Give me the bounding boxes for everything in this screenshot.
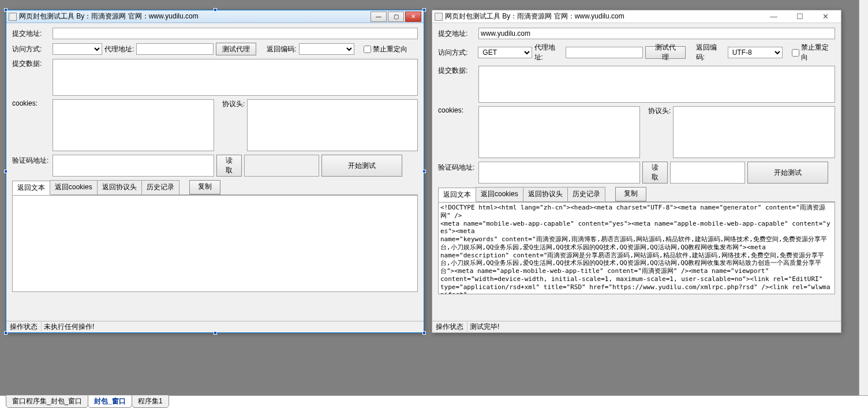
result-tabs: 返回文本 返回cookies 返回协议头 历史记录 复制: [12, 180, 418, 195]
maximize-button[interactable]: ☐: [787, 10, 813, 23]
runtime-window: 网页封包测试工具 By：雨滴资源网 官网：www.yudilu.com — ☐ …: [432, 10, 841, 333]
close-button[interactable]: ✕: [813, 10, 839, 23]
captcha-label: 验证码地址:: [12, 155, 50, 177]
method-select[interactable]: [53, 43, 102, 55]
postdata-textarea[interactable]: [53, 59, 418, 96]
title-text: 网页封包测试工具 By：雨滴资源网 官网：www.yudilu.com: [19, 12, 371, 21]
designer-window: 网页封包测试工具 By：雨滴资源网 官网：www.yudilu.com — ▢ …: [6, 10, 424, 333]
resize-handle[interactable]: [4, 8, 8, 12]
close-button[interactable]: ✕: [405, 12, 421, 22]
addr-input[interactable]: [478, 28, 835, 39]
bottom-tab-3[interactable]: 程序集1: [132, 395, 169, 408]
enc-select[interactable]: [299, 43, 354, 55]
captcha-input[interactable]: [53, 155, 214, 177]
enc-label: 返回编码:: [267, 44, 296, 54]
resize-handle[interactable]: [214, 331, 217, 335]
tab-return-headers[interactable]: 返回协议头: [97, 180, 142, 194]
tab-return-text[interactable]: 返回文本: [438, 188, 476, 202]
titlebar[interactable]: 网页封包测试工具 By：雨滴资源网 官网：www.yudilu.com — ▢ …: [6, 10, 424, 23]
no-redirect-checkbox[interactable]: [792, 49, 799, 57]
read-button[interactable]: 读取: [642, 162, 668, 184]
result-tabs: 返回文本 返回cookies 返回协议头 历史记录 复制: [438, 187, 835, 202]
captcha-image-box: [670, 162, 745, 184]
headers-textarea[interactable]: [247, 99, 418, 151]
resize-handle[interactable]: [4, 170, 8, 173]
proxy-input[interactable]: [566, 47, 643, 58]
resize-handle[interactable]: [422, 331, 426, 335]
app-icon: [435, 13, 443, 21]
statusbar: 操作状态 未执行任何操作!: [6, 321, 424, 332]
result-textbox[interactable]: [12, 195, 418, 292]
start-test-button[interactable]: 开始测试: [747, 162, 828, 184]
resize-handle[interactable]: [422, 170, 426, 173]
minimize-button[interactable]: —: [761, 10, 787, 23]
headers-label: 协议头:: [222, 99, 245, 109]
no-redirect-check[interactable]: 禁止重定向: [364, 44, 407, 54]
maximize-button[interactable]: ▢: [388, 12, 404, 22]
postdata-label: 提交数据:: [12, 59, 50, 69]
resize-handle[interactable]: [214, 8, 217, 12]
tab-return-text[interactable]: 返回文本: [12, 181, 50, 195]
titlebar[interactable]: 网页封包测试工具 By：雨滴资源网 官网：www.yudilu.com — ☐ …: [432, 10, 841, 23]
resize-handle[interactable]: [422, 8, 426, 12]
status-label: 操作状态: [436, 322, 467, 332]
start-test-button[interactable]: 开始测试: [321, 155, 402, 177]
tab-return-cookies[interactable]: 返回cookies: [50, 180, 98, 194]
proxy-label: 代理地址:: [104, 44, 134, 54]
addr-input[interactable]: [53, 28, 418, 39]
method-label: 访问方式:: [12, 44, 50, 54]
bottom-tab-2[interactable]: 封包_窗口: [88, 395, 132, 408]
tab-history[interactable]: 历史记录: [141, 180, 179, 194]
enc-select[interactable]: UTF-8: [728, 47, 783, 58]
captcha-input[interactable]: [478, 162, 640, 184]
cookies-textarea[interactable]: [53, 99, 214, 151]
result-textbox[interactable]: <!DOCTYPE html><html lang="zh-cn"><head>…: [438, 202, 835, 294]
captcha-image-box: [244, 155, 319, 177]
proxy-input[interactable]: [136, 43, 214, 55]
tab-return-cookies[interactable]: 返回cookies: [476, 187, 523, 201]
copy-button[interactable]: 复制: [615, 187, 646, 201]
addr-label: 提交地址:: [12, 29, 50, 39]
side-panel[interactable]: [859, 0, 868, 402]
enc-label: 返回编码:: [696, 43, 725, 62]
status-text: 未执行任何操作!: [44, 322, 94, 332]
app-icon: [9, 13, 17, 21]
test-proxy-button[interactable]: 测试代理: [645, 46, 686, 59]
read-button[interactable]: 读取: [216, 155, 242, 177]
no-redirect-checkbox[interactable]: [364, 46, 371, 53]
method-select[interactable]: GET: [478, 47, 532, 58]
cookies-textarea[interactable]: [478, 106, 640, 158]
tab-return-headers[interactable]: 返回协议头: [523, 187, 568, 201]
bottom-tab-1[interactable]: 窗口程序集_封包_窗口: [6, 395, 88, 408]
status-text: 测试完毕!: [470, 322, 499, 332]
minimize-button[interactable]: —: [371, 12, 387, 22]
no-redirect-check[interactable]: 禁止重定向: [792, 43, 835, 62]
postdata-label: 提交数据:: [438, 66, 476, 76]
method-label: 访问方式:: [438, 48, 476, 58]
postdata-textarea[interactable]: [478, 66, 835, 103]
client-area: 提交地址: 访问方式: GET 代理地址: 测试代理 返回编码: UTF-8 禁…: [432, 23, 841, 321]
title-text: 网页封包测试工具 By：雨滴资源网 官网：www.yudilu.com: [445, 12, 761, 21]
proxy-label: 代理地址:: [534, 43, 564, 62]
captcha-label: 验证码地址:: [438, 162, 476, 184]
bottom-tabs: 窗口程序集_封包_窗口 封包_窗口 程序集1: [0, 395, 868, 408]
statusbar: 操作状态 测试完毕!: [432, 321, 841, 332]
headers-textarea[interactable]: [673, 106, 835, 158]
copy-button[interactable]: 复制: [189, 180, 220, 194]
addr-label: 提交地址:: [438, 29, 476, 39]
test-proxy-button[interactable]: 测试代理: [216, 43, 256, 55]
cookies-label: cookies:: [12, 99, 50, 107]
resize-handle[interactable]: [4, 331, 8, 335]
cookies-label: cookies:: [438, 106, 476, 114]
client-area: 提交地址: 访问方式: 代理地址: 测试代理 返回编码: 禁止重定向 提交数据:…: [6, 23, 424, 321]
status-label: 操作状态: [10, 322, 42, 332]
tab-history[interactable]: 历史记录: [567, 187, 605, 201]
headers-label: 协议头:: [648, 106, 671, 116]
